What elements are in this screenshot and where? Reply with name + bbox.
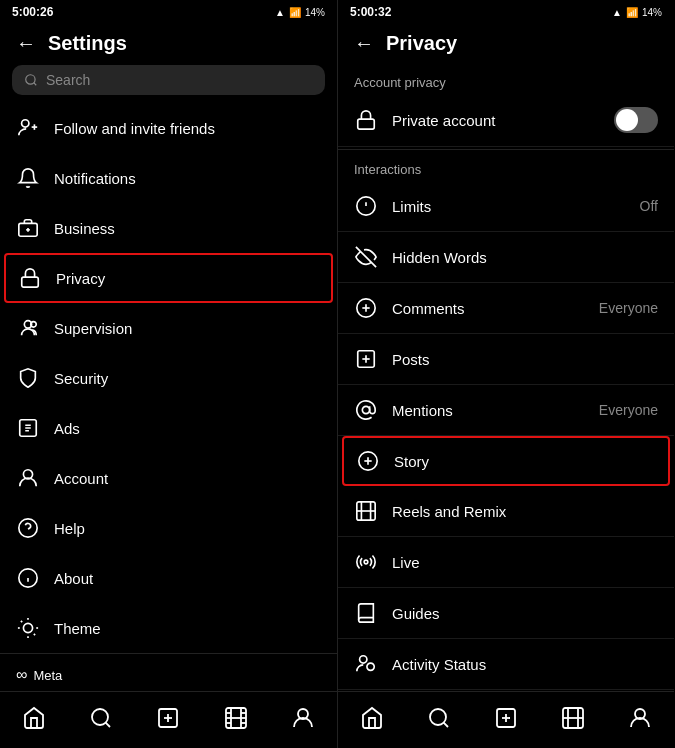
svg-rect-39 [358,119,375,129]
time-right: 5:00:32 [350,5,391,19]
privacy-label: Privacy [56,270,105,287]
privacy-item-limits[interactable]: Limits Off [338,181,674,232]
privacy-item-guides[interactable]: Guides [338,588,674,639]
account-icon [16,466,40,490]
add-nav-right[interactable] [490,702,522,734]
settings-item-help[interactable]: Help [0,503,337,553]
divider-1 [338,149,674,150]
comments-label: Comments [392,300,585,317]
privacy-item-private-account[interactable]: Private account [338,94,674,147]
help-label: Help [54,520,85,537]
privacy-item-posts[interactable]: Posts [338,334,674,385]
svg-line-64 [443,723,447,727]
about-label: About [54,570,93,587]
activity-icon [354,652,378,676]
settings-title: Settings [48,32,127,55]
profile-nav-right[interactable] [624,702,656,734]
back-button[interactable]: ← [16,32,36,55]
settings-item-privacy[interactable]: Privacy [4,253,333,303]
hidden-words-label: Hidden Words [392,249,658,266]
battery-left: 14% [305,7,325,18]
story-label: Story [394,453,656,470]
mentions-value: Everyone [599,402,658,418]
help-icon [16,516,40,540]
search-nav-left[interactable] [85,702,117,734]
story-icon [356,449,380,473]
reels-nav-left[interactable] [220,702,252,734]
privacy-header: ← Privacy [338,24,674,65]
comments-icon [354,296,378,320]
home-nav-right[interactable] [356,702,388,734]
privacy-item-messages[interactable]: Messages [338,690,674,691]
reels-nav-right[interactable] [557,702,589,734]
limits-label: Limits [392,198,626,215]
follow-label: Follow and invite friends [54,120,215,137]
privacy-lock-icon [18,266,42,290]
settings-list: Follow and invite friends Notifications … [0,103,337,691]
svg-point-58 [364,560,368,564]
about-icon [16,566,40,590]
signal-icon: 📶 [289,7,301,18]
follow-icon [16,116,40,140]
settings-item-business[interactable]: Business [0,203,337,253]
hidden-words-icon [354,245,378,269]
privacy-title: Privacy [386,32,457,55]
settings-item-supervision[interactable]: Supervision [0,303,337,353]
privacy-item-reels[interactable]: Reels and Remix [338,486,674,537]
svg-point-63 [430,709,446,725]
svg-point-25 [92,709,108,725]
private-account-toggle[interactable] [614,107,658,133]
security-label: Security [54,370,108,387]
svg-point-2 [22,120,29,127]
profile-nav-left[interactable] [287,702,319,734]
settings-item-ads[interactable]: Ads [0,403,337,453]
ads-label: Ads [54,420,80,437]
home-nav-left[interactable] [18,702,50,734]
time-left: 5:00:26 [12,5,53,19]
privacy-item-activity-status[interactable]: Activity Status [338,639,674,690]
right-panel: 5:00:32 ▲ 📶 14% ← Privacy Account privac… [337,0,674,748]
privacy-item-mentions[interactable]: Mentions Everyone [338,385,674,436]
privacy-item-live[interactable]: Live [338,537,674,588]
private-lock-icon [354,108,378,132]
bell-icon [16,166,40,190]
status-icons-left: ▲ 📶 14% [275,7,325,18]
mentions-label: Mentions [392,402,585,419]
settings-item-theme[interactable]: Theme [0,603,337,653]
search-nav-right[interactable] [423,702,455,734]
account-label: Account [54,470,108,487]
wifi-icon-right: ▲ [612,7,622,18]
privacy-item-hidden-words[interactable]: Hidden Words [338,232,674,283]
ads-icon [16,416,40,440]
status-bar-left: 5:00:26 ▲ 📶 14% [0,0,337,24]
posts-label: Posts [392,351,658,368]
privacy-item-comments[interactable]: Comments Everyone [338,283,674,334]
settings-item-account[interactable]: Account [0,453,337,503]
reels-label: Reels and Remix [392,503,658,520]
live-label: Live [392,554,658,571]
bottom-nav-left [0,691,337,748]
privacy-item-story[interactable]: Story [342,436,670,486]
posts-icon [354,347,378,371]
meta-text: Meta [33,668,62,683]
guides-icon [354,601,378,625]
add-nav-left[interactable] [152,702,184,734]
settings-item-follow[interactable]: Follow and invite friends [0,103,337,153]
activity-status-label: Activity Status [392,656,658,673]
interactions-label: Interactions [338,152,674,181]
privacy-back-button[interactable]: ← [354,32,374,55]
svg-line-21 [21,621,22,622]
settings-item-about[interactable]: About [0,553,337,603]
svg-point-18 [23,623,32,632]
business-icon [16,216,40,240]
settings-header: ← Settings [0,24,337,65]
svg-point-0 [26,75,35,84]
bottom-nav-right [338,691,674,748]
search-bar[interactable]: Search [12,65,325,95]
limits-icon [354,194,378,218]
guides-label: Guides [392,605,658,622]
signal-icon-right: 📶 [626,7,638,18]
settings-item-security[interactable]: Security [0,353,337,403]
status-icons-right: ▲ 📶 14% [612,7,662,18]
settings-item-notifications[interactable]: Notifications [0,153,337,203]
